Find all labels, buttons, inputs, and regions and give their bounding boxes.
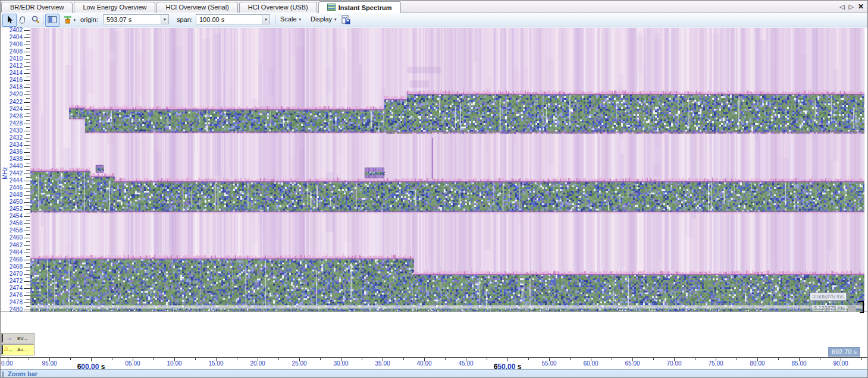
toolbar-separator (275, 15, 275, 24)
tab-instant-spectrum[interactable]: Instant Spectrum (318, 1, 401, 13)
split-view-button[interactable] (45, 14, 59, 27)
tabs-scroll-left-button[interactable]: ◁ (839, 3, 844, 10)
marker-dropdown-caret[interactable]: ▾ (73, 18, 76, 23)
zoom-tool-button[interactable] (29, 14, 43, 27)
pan-tool-button[interactable] (15, 14, 30, 27)
span-combobox[interactable]: 100.00 s ▾ (196, 14, 270, 24)
frequency-major-tick (24, 231, 30, 231)
time-tick (507, 358, 508, 361)
time-tick-label: 35.00 (362, 360, 403, 367)
scale-caret-icon: ▾ (299, 17, 302, 21)
time-tick-label: 60.00 (570, 360, 612, 367)
frequency-tick-label: 2454 (1, 213, 23, 219)
time-tick (70, 358, 71, 360)
origin-label: origin: (80, 16, 98, 23)
close-tab-button[interactable]: ✕ (858, 2, 864, 11)
frequency-minor-tick (26, 263, 30, 264)
audio-stream-row[interactable]: ⚠ ← Au... (1, 344, 35, 355)
time-tick-label: 0.00 (1, 360, 25, 367)
frequency-major-tick (24, 138, 30, 138)
frequency-tick-label: 2462 (1, 242, 23, 248)
frequency-minor-tick (26, 127, 30, 128)
time-axis: 0.0095.00600.00 s05.0010.0015.0020.0025.… (1, 357, 867, 369)
tabs-scroll-right-button[interactable]: ▷ (848, 3, 853, 10)
frequency-major-tick (24, 174, 30, 174)
frequency-tick-label: 2472 (1, 278, 23, 284)
frequency-minor-tick (26, 113, 30, 114)
toolbar: ▾ origin: 593.07 s ▾ span: 100.00 s ▾ Sc… (1, 12, 867, 27)
frequency-major-tick (24, 245, 30, 246)
magnifier-icon (31, 15, 40, 24)
frequency-major-tick (24, 295, 30, 296)
frequency-minor-tick (26, 292, 30, 292)
time-tick-label: 20.00 (237, 360, 278, 367)
scale-menu-button[interactable]: Scale▾ (280, 15, 301, 23)
save-chart-button[interactable] (339, 14, 353, 27)
zoom-bar-pane[interactable]: Zoom bar (1, 369, 867, 378)
frequency-minor-tick (26, 163, 30, 163)
display-menu-button[interactable]: Display▾ (311, 15, 337, 23)
frequency-major-tick (24, 223, 30, 224)
frequency-tick-label: 2432 (1, 134, 23, 141)
span-value[interactable]: 100.00 s (199, 16, 224, 23)
time-tick-label: 85.00 (778, 360, 820, 367)
time-tick-label: 25.00 (278, 360, 320, 367)
frequency-minor-tick (26, 84, 30, 84)
tab-navigation: ◁▷✕ (835, 2, 864, 11)
frequency-minor-tick (26, 270, 30, 271)
frequency-major-tick (24, 267, 30, 267)
frequency-minor-tick (26, 106, 30, 106)
frequency-major-tick (24, 73, 30, 74)
frequency-minor-tick (26, 199, 30, 199)
measurement-tooltip-upper: 3.505375 ms (810, 292, 847, 301)
zoom-bar-grip[interactable] (2, 371, 4, 377)
frequency-minor-tick (26, 70, 30, 70)
frequency-tick-label: 2410 (1, 55, 23, 62)
measurement-cursor-icon (857, 301, 864, 313)
tab-br-edr-overview[interactable]: BR/EDR Overview (1, 2, 73, 12)
frequency-tick-label: 2444 (1, 177, 23, 184)
frequency-minor-tick (26, 249, 30, 250)
frequency-tick-label: 2442 (1, 170, 23, 177)
select-tool-button[interactable] (2, 14, 17, 27)
row-grip[interactable] (2, 334, 3, 342)
tab-label: HCI Overview (Serial) (165, 4, 228, 11)
frequency-tick-label: 2440 (1, 163, 23, 169)
frequency-major-tick (24, 30, 30, 31)
frequency-tick-label: 2416 (1, 77, 23, 83)
frequency-major-tick (24, 131, 30, 131)
frequency-minor-tick (26, 149, 30, 149)
tab-hci-overview-usb-[interactable]: HCI Overview (USB) (239, 2, 317, 12)
event-stream-row[interactable]: → EV... (1, 333, 35, 344)
instant-spectrum-window: BR/EDR OverviewLow Energy OverviewHCI Ov… (0, 0, 868, 378)
span-dropdown-caret[interactable]: ▾ (262, 15, 270, 24)
time-tick (861, 358, 862, 360)
frequency-tick-label: 2430 (1, 127, 23, 134)
frequency-minor-tick (26, 41, 30, 42)
frequency-major-tick (24, 166, 30, 167)
origin-dropdown-caret[interactable]: ▾ (161, 15, 168, 24)
frequency-tick-label: 2406 (1, 41, 23, 48)
tab-hci-overview-serial-[interactable]: HCI Overview (Serial) (156, 2, 237, 12)
row-grip[interactable] (2, 345, 3, 354)
frequency-major-tick (24, 152, 30, 153)
frequency-tick-label: 2424 (1, 106, 23, 112)
origin-value[interactable]: 593.07 s (106, 16, 131, 23)
tab-low-energy-overview[interactable]: Low Energy Overview (74, 2, 155, 12)
frequency-minor-tick (26, 227, 30, 228)
time-tick-label: 45.00 (445, 360, 487, 367)
spectrogram-canvas[interactable] (30, 28, 864, 311)
frequency-major-tick (24, 87, 30, 88)
frequency-major-tick (24, 159, 30, 160)
time-tick-label: 40.00 (403, 360, 445, 367)
origin-combobox[interactable]: 593.07 s ▾ (103, 14, 169, 24)
frequency-minor-tick (26, 299, 30, 300)
frequency-tick-label: 2438 (1, 156, 23, 162)
frequency-major-tick (24, 253, 30, 253)
time-tick (91, 358, 92, 361)
frequency-tick-label: 2446 (1, 184, 23, 191)
hand-icon (18, 15, 27, 24)
time-tick-label: 70.00 (653, 360, 695, 367)
marker-tool-button[interactable]: ▾ (59, 14, 77, 27)
tab-label: HCI Overview (USB) (248, 4, 308, 11)
